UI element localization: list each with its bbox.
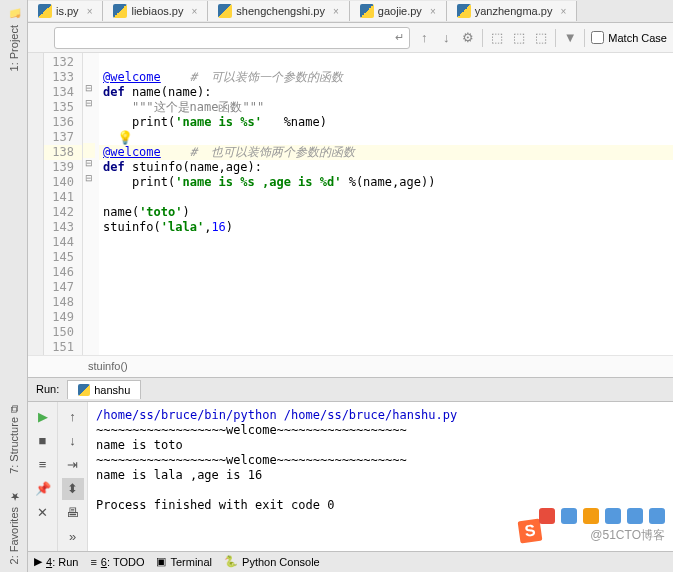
sidebar-project[interactable]: 1: Project📁 (0, 0, 27, 79)
close-icon[interactable]: × (191, 6, 197, 17)
tab-liebiaos[interactable]: liebiaos.py× (103, 1, 208, 21)
match-case-checkbox[interactable]: Match Case (591, 31, 667, 44)
tab-is[interactable]: is.py× (28, 1, 103, 21)
intention-bulb-icon[interactable]: 💡 (117, 130, 133, 145)
softwrap-button[interactable]: ⇥ (62, 454, 84, 476)
prev-match-icon[interactable]: ↑ (416, 30, 432, 46)
up-button[interactable]: ↑ (62, 406, 84, 428)
bottom-tool-bar: ▶ 4: Run ≡ 6: TODO ▣ Terminal 🐍 Python C… (28, 551, 673, 573)
run-panel: Run: hanshu ▶ ■ ≡ 📌 ✕ ↑ ↓ ⇥ ⬍ 🖶 » (28, 377, 673, 551)
remove-selection-icon[interactable]: ⬚ (533, 30, 549, 46)
bottom-terminal[interactable]: ▣ Terminal (156, 555, 212, 568)
line-gutter: 132133134 135136137 138139140 141142143 … (44, 53, 83, 355)
tab-yanzhengma[interactable]: yanzhengma.py× (447, 1, 578, 21)
python-icon (457, 4, 471, 18)
close-button[interactable]: ✕ (32, 502, 54, 524)
bottom-todo[interactable]: ≡ 6: TODO (90, 556, 144, 568)
bottom-run[interactable]: ▶ 4: Run (34, 555, 78, 568)
close-icon[interactable]: × (87, 6, 93, 17)
layout-button[interactable]: ≡ (32, 454, 54, 476)
run-toolbar-output: ↑ ↓ ⇥ ⬍ 🖶 » (58, 402, 88, 551)
python-icon (38, 4, 52, 18)
rerun-button[interactable]: ▶ (32, 406, 54, 428)
watermark-text: @51CTO博客 (590, 527, 665, 544)
fold-column[interactable]: ⊟ ⊟ ⊟⊟ (83, 53, 99, 355)
watermark-icons (539, 508, 665, 524)
sidebar-structure[interactable]: 7: Structure⧉ (0, 397, 27, 482)
stop-button[interactable]: ■ (32, 430, 54, 452)
filter-icon[interactable]: ▼ (562, 30, 578, 46)
python-icon (360, 4, 374, 18)
find-bar: 🔍 ↵ ↑ ↓ ⚙ ⬚ ⬚ ⬚ ▼ Match Case (28, 23, 673, 52)
close-icon[interactable]: × (333, 6, 339, 17)
pin-button[interactable]: 📌 (32, 478, 54, 500)
close-icon[interactable]: × (430, 6, 436, 17)
bottom-python-console[interactable]: 🐍 Python Console (224, 555, 320, 568)
code-editor[interactable]: 132133134 135136137 138139140 141142143 … (28, 53, 673, 355)
sidebar-favorites[interactable]: 2: Favorites★ (0, 482, 27, 572)
next-match-icon[interactable]: ↓ (438, 30, 454, 46)
select-all-icon[interactable]: ⬚ (489, 30, 505, 46)
tab-gaojie[interactable]: gaojie.py× (350, 1, 447, 21)
search-input[interactable] (54, 27, 410, 49)
tab-shengchengshi[interactable]: shengchengshi.py× (208, 1, 350, 21)
python-icon (218, 4, 232, 18)
console-output[interactable]: /home/ss/bruce/bin/python /home/ss/bruce… (88, 402, 673, 551)
run-toolbar-left: ▶ ■ ≡ 📌 ✕ (28, 402, 58, 551)
python-icon (78, 384, 90, 396)
add-selection-icon[interactable]: ⬚ (511, 30, 527, 46)
down-button[interactable]: ↓ (62, 430, 84, 452)
print-button[interactable]: 🖶 (62, 502, 84, 524)
file-tabs: is.py× liebiaos.py× shengchengshi.py× ga… (28, 0, 673, 23)
python-icon (113, 4, 127, 18)
more-button[interactable]: » (62, 526, 84, 548)
run-title: Run: (36, 383, 59, 395)
run-tab-hanshu[interactable]: hanshu (67, 380, 141, 399)
left-tool-sidebar: 1: Project📁 7: Structure⧉ 2: Favorites★ (0, 0, 28, 572)
search-settings-icon[interactable]: ⚙ (460, 30, 476, 46)
enter-icon: ↵ (395, 31, 404, 44)
close-icon[interactable]: × (560, 6, 566, 17)
breadcrumb[interactable]: stuinfo() (28, 355, 673, 377)
scroll-end-button[interactable]: ⬍ (62, 478, 84, 500)
